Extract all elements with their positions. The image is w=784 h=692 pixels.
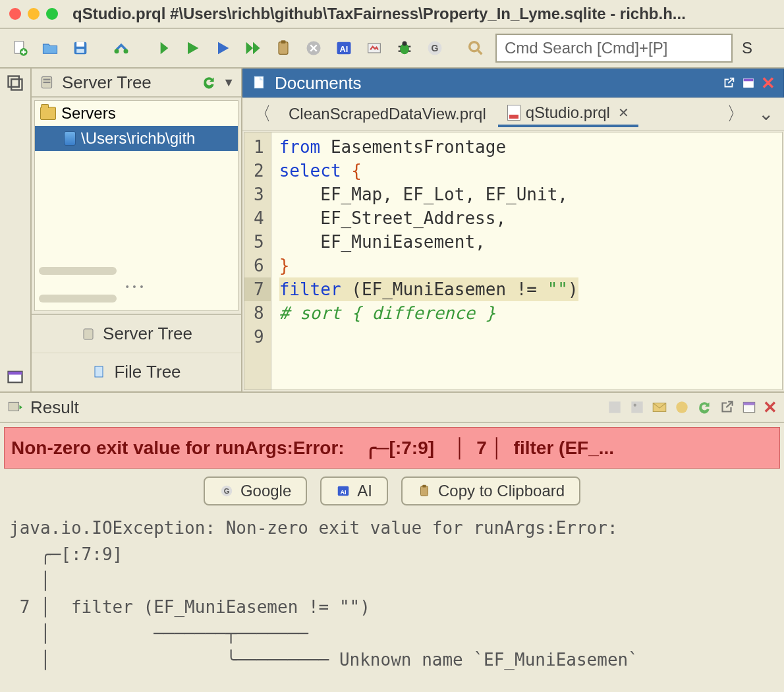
- document-tab[interactable]: CleanScrapedDataView.prql: [279, 101, 495, 127]
- close-panel-icon[interactable]: ✕: [761, 76, 775, 90]
- svg-rect-8: [281, 40, 286, 43]
- command-search-input[interactable]: Cmd Search [Cmd]+[P]: [495, 34, 733, 63]
- code-line[interactable]: # sort { difference }: [279, 301, 578, 325]
- editor-panel: Documents ✕ 〈 CleanScrapedDataView.prql …: [242, 69, 784, 391]
- maximize-result-icon[interactable]: [741, 399, 758, 416]
- code-line[interactable]: EF_Map, EF_Lot, EF_Unit,: [279, 183, 578, 206]
- maximize-panel-icon[interactable]: [741, 76, 756, 90]
- gutter-line-number: 1: [254, 135, 264, 159]
- svg-point-5: [115, 49, 119, 53]
- open-file-button[interactable]: [37, 35, 63, 61]
- gutter-line-number: 9: [254, 325, 264, 349]
- google-button[interactable]: G Google: [204, 476, 307, 505]
- stop-button[interactable]: [300, 35, 327, 61]
- close-result-icon[interactable]: ✕: [763, 400, 777, 415]
- mail-icon[interactable]: [651, 399, 668, 416]
- code-line[interactable]: }: [279, 254, 578, 277]
- code-editor[interactable]: 123456789 from EasementsFrontageselect {…: [244, 132, 783, 390]
- tree-root-servers[interactable]: Servers: [35, 101, 238, 126]
- new-file-button[interactable]: [7, 35, 33, 61]
- connect-button[interactable]: [108, 35, 134, 61]
- profile-button[interactable]: [361, 35, 387, 61]
- database-icon: [64, 131, 76, 146]
- server-icon: [38, 74, 55, 91]
- copy-clipboard-button[interactable]: Copy to Clipboard: [401, 476, 580, 505]
- documents-title: Documents: [275, 73, 362, 94]
- error-stack-trace: java.io.IOException: Non-zero exit value…: [0, 512, 784, 686]
- svg-rect-19: [11, 79, 22, 90]
- svg-rect-4: [76, 49, 84, 53]
- horizontal-scrollbar-thumb[interactable]: [39, 267, 117, 275]
- run-all-button[interactable]: [240, 35, 266, 61]
- tab-prev-icon[interactable]: 〈: [248, 101, 277, 127]
- svg-rect-23: [43, 79, 51, 80]
- sidebar-tab-file-tree[interactable]: File Tree: [32, 353, 241, 391]
- svg-rect-18: [9, 76, 19, 87]
- google-toolbar-button[interactable]: G: [422, 35, 448, 61]
- svg-text:G: G: [224, 487, 230, 495]
- stack-icon[interactable]: [6, 74, 24, 92]
- clipboard-button[interactable]: [270, 35, 296, 61]
- gutter-line-number: 5: [254, 230, 264, 254]
- server-icon: [80, 326, 96, 342]
- tree-item-selected[interactable]: \Users\richb\gith: [35, 126, 238, 151]
- sidebar-tab-label: File Tree: [114, 362, 181, 382]
- close-window-button[interactable]: [9, 8, 21, 20]
- zoom-window-button[interactable]: [46, 8, 58, 20]
- tree-item-path: \Users\richb\gith: [81, 129, 195, 148]
- svg-text:G: G: [432, 43, 439, 53]
- code-line[interactable]: EF_MuniEasement,: [279, 230, 578, 254]
- clipboard-icon: [417, 484, 432, 498]
- svg-point-35: [676, 401, 687, 413]
- svg-rect-27: [254, 76, 263, 88]
- svg-rect-37: [743, 402, 754, 405]
- search-icon-button[interactable]: [462, 35, 489, 61]
- editor-code-area[interactable]: from EasementsFrontageselect { EF_Map, E…: [271, 132, 586, 389]
- server-tree[interactable]: Servers \Users\richb\gith •••: [34, 100, 238, 311]
- popout-icon[interactable]: [721, 76, 736, 90]
- refresh-icon[interactable]: [200, 74, 217, 91]
- save-button[interactable]: [67, 35, 94, 61]
- image-icon[interactable]: [629, 399, 646, 416]
- documents-header: Documents ✕: [242, 69, 784, 98]
- svg-rect-43: [422, 485, 426, 488]
- minimize-window-button[interactable]: [28, 8, 40, 20]
- document-tab-label: CleanScrapedDataView.prql: [289, 105, 486, 123]
- run-selection-button[interactable]: [210, 35, 236, 61]
- code-line[interactable]: select {: [279, 159, 578, 183]
- folder-icon: [40, 107, 56, 120]
- window-layout-icon[interactable]: [6, 368, 24, 386]
- svg-point-14: [403, 42, 407, 46]
- sidebar-tab-label: Server Tree: [103, 324, 192, 344]
- duck-icon[interactable]: [673, 399, 690, 416]
- google-button-label: Google: [240, 482, 291, 500]
- document-tab-label: qStudio.prql: [526, 103, 610, 122]
- code-line[interactable]: filter (EF_MuniEasemen != ""): [279, 277, 578, 301]
- svg-text:AI: AI: [340, 44, 349, 54]
- debug-button[interactable]: [391, 35, 418, 61]
- gutter-line-number: 3: [254, 183, 264, 206]
- ai-result-button[interactable]: AI AI: [320, 476, 388, 505]
- result-title: Result: [30, 397, 79, 418]
- dropdown-caret-icon[interactable]: ▼: [223, 76, 235, 90]
- toolbar-overflow-hint: S: [737, 39, 752, 57]
- code-line[interactable]: EF_Street_Address,: [279, 206, 578, 230]
- result-action-buttons: G Google AI AI Copy to Clipboard: [0, 473, 784, 512]
- export-icon[interactable]: [606, 399, 623, 416]
- ai-button[interactable]: AI: [331, 35, 357, 61]
- tab-next-icon[interactable]: 〉: [721, 101, 750, 127]
- run-restart-button[interactable]: [149, 35, 175, 61]
- result-panel: Result ✕ Non-zero exit value for runArgs…: [0, 391, 784, 686]
- run-button[interactable]: [179, 35, 206, 61]
- code-line[interactable]: from EasementsFrontage: [279, 135, 578, 159]
- popout-result-icon[interactable]: [718, 399, 735, 416]
- document-tab-active[interactable]: qStudio.prql ✕: [498, 101, 638, 127]
- left-rail: [0, 69, 32, 391]
- sidebar-tab-server-tree[interactable]: Server Tree: [32, 315, 241, 353]
- refresh-result-icon[interactable]: [696, 399, 713, 416]
- result-header: Result ✕: [0, 393, 784, 423]
- close-tab-icon[interactable]: ✕: [618, 105, 629, 121]
- tab-menu-icon[interactable]: ⌄: [753, 103, 779, 125]
- horizontal-scrollbar-thumb-2[interactable]: [39, 295, 117, 303]
- server-tree-title: Server Tree: [62, 72, 152, 93]
